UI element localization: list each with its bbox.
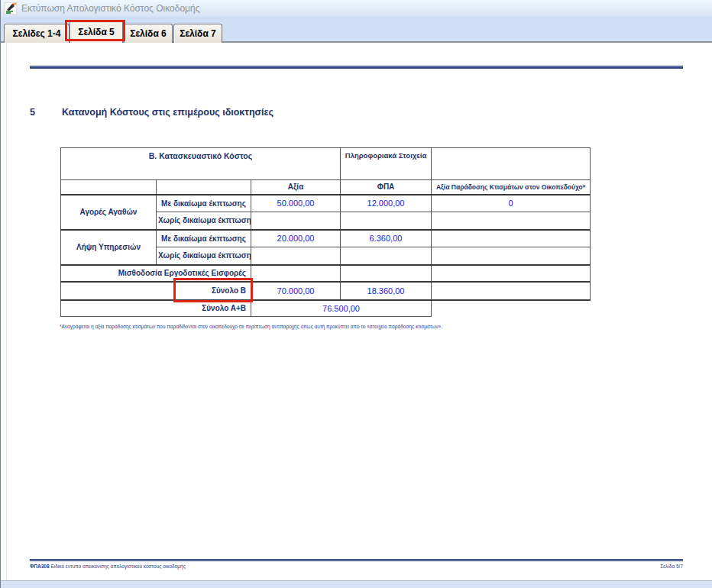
empty-header-cell xyxy=(157,180,251,195)
total-b-label: Σύνολο Β xyxy=(61,282,251,300)
print-preview-window: Εκτύπωση Απολογιστικό Κόστος Οικοδομής Σ… xyxy=(0,0,712,588)
section-heading: 5 Κατανομή Κόστους στις επιμέρους ιδιοκτ… xyxy=(30,107,273,118)
vat-cell xyxy=(341,265,432,282)
section-number: 5 xyxy=(30,107,62,118)
footer-form-info: ΦΠΑ308 Ειδικό έντυπο απεικόνισης απολογι… xyxy=(30,564,186,569)
construction-cost-header: Β. Κατασκευαστικό Κόστος xyxy=(61,148,341,180)
form-title: Ειδικό έντυπο απεικόνισης απολογιστικού … xyxy=(50,564,185,569)
value-cell xyxy=(251,265,341,282)
delivery-cell: 0 xyxy=(432,195,591,212)
tab-pages-1-4[interactable]: Σελίδες 1-4 xyxy=(4,24,70,43)
vat-cell xyxy=(341,212,432,230)
delivery-cell xyxy=(432,247,591,265)
header-rule xyxy=(30,66,683,69)
footnote: *Αναγράφεται η αξία παράδοσης κτισμάτων … xyxy=(60,324,442,329)
value-cell: 20.000,00 xyxy=(251,230,341,247)
row-type-label: Με δικαίωμα έκπτωσης xyxy=(157,195,251,212)
tab-bar: Σελίδες 1-4 Σελίδα 5 Σελίδα 6 Σελίδα 7 xyxy=(1,17,712,43)
delivery-cell xyxy=(432,212,591,230)
app-icon xyxy=(5,2,17,15)
form-code: ΦΠΑ308 xyxy=(30,564,50,569)
total-b-value: 70.000,00 xyxy=(251,282,341,300)
tab-page-7[interactable]: Σελίδα 7 xyxy=(173,24,222,43)
title-bar: Εκτύπωση Απολογιστικό Κόστος Οικοδομής xyxy=(1,0,712,17)
tab-page-5[interactable]: Σελίδα 5 xyxy=(70,21,123,43)
total-b-delivery xyxy=(432,282,591,300)
vat-cell xyxy=(341,247,432,265)
value-column-header: Αξία xyxy=(251,180,341,195)
delivery-column-header: Αξία Παράδοσης Κτισμάτων στον Οικοπεδούχ… xyxy=(432,180,591,195)
group-label-goods: Αγορές Αγαθών xyxy=(61,195,157,230)
row-type-label: Με δικαίωμα έκπτωσης xyxy=(157,230,251,247)
section-title: Κατανομή Κόστους στις επιμέρους ιδιοκτησ… xyxy=(62,107,273,118)
value-cell xyxy=(251,212,341,230)
table-ghost-cell xyxy=(432,300,591,317)
footer-rule xyxy=(30,559,683,561)
group-label-services: Λήψη Υπηρεσιών xyxy=(61,230,157,265)
bottom-strip xyxy=(1,581,712,588)
document-page: 5 Κατανομή Κόστους στις επιμέρους ιδιοκτ… xyxy=(1,43,712,581)
value-cell xyxy=(251,247,341,265)
row-type-label: Χωρίς δικαίωμα έκπτωσης xyxy=(157,212,251,230)
page-indicator: Σελίδα 5/7 xyxy=(660,564,683,569)
delivery-cell xyxy=(432,265,591,282)
total-b-vat: 18.360,00 xyxy=(341,282,432,300)
row-type-label: Χωρίς δικαίωμα έκπτωσης xyxy=(157,247,251,265)
tab-page-6[interactable]: Σελίδα 6 xyxy=(124,24,173,43)
info-header: Πληροφοριακά Στοιχεία xyxy=(341,148,432,180)
delivery-cell xyxy=(432,230,591,247)
page-footer: ΦΠΑ308 Ειδικό έντυπο απεικόνισης απολογι… xyxy=(30,564,683,569)
window-title: Εκτύπωση Απολογιστικό Κόστος Οικοδομής xyxy=(21,3,199,14)
total-ab-value: 76.500,00 xyxy=(251,300,432,317)
vat-column-header: ΦΠΑ xyxy=(341,180,432,195)
payroll-row-label: Μισθοδοσία Εργοδοτικές Εισφορές xyxy=(61,265,251,282)
vat-cell: 6.360,00 xyxy=(341,230,432,247)
empty-header-cell xyxy=(61,180,157,195)
total-ab-label: Σύνολο Α+Β xyxy=(61,300,251,317)
delivery-header-spacer xyxy=(432,148,591,180)
cost-table: Β. Κατασκευαστικό Κόστος Πληροφοριακά Στ… xyxy=(60,147,591,317)
page-left-border xyxy=(6,43,7,580)
vat-cell: 12.000,00 xyxy=(341,195,432,212)
value-cell: 50.000,00 xyxy=(251,195,341,212)
